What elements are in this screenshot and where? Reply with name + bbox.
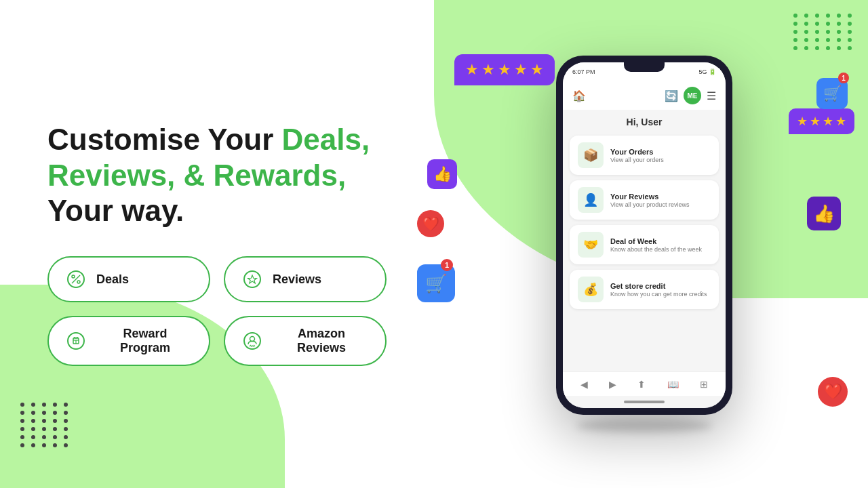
reward-program-button[interactable]: Reward Program [47,316,210,366]
phone-tabs-btn[interactable]: ⊞ [700,379,708,390]
phone-back-btn[interactable]: ◀ [580,379,588,390]
deal-card-text: Deal of Week Know about the deals of the… [610,237,702,253]
phone-card-credit[interactable]: 💰 Get store credit Know how you can get … [570,270,719,309]
star-r-2: ★ [810,114,821,129]
main-content: Customise Your Deals, Reviews, & Rewards… [0,0,868,488]
phone-bottom-bar: ◀ ▶ ⬆ 📖 ⊞ [563,371,726,396]
reward-program-label: Reward Program [96,327,194,355]
deals-icon [64,267,88,291]
hero-headline: Customise Your Deals, Reviews, & Rewards… [47,122,387,229]
reviews-label: Reviews [273,272,321,287]
float-heart-right: ❤️ [818,377,848,407]
star-icon-4: ★ [514,61,528,79]
phone-home-icon[interactable]: 🏠 [572,89,586,102]
phone-home-indicator [563,396,726,408]
reviews-card-subtitle: View all your product reviews [610,201,689,208]
headline-green-part2: Reviews, & Rewards, [47,159,346,192]
phone-frame: 6:07 PM 5G 🔋 🏠 🔄 ME ☰ [556,56,732,415]
phone-refresh-icon[interactable]: 🔄 [665,89,678,102]
deals-label: Deals [96,272,129,287]
orders-card-text: Your Orders View all your orders [610,148,664,163]
reward-icon [64,329,88,353]
phone-shadow [576,419,712,432]
deal-card-subtitle: Know about the deals of the week [610,246,702,253]
float-stars-bubble-top: ★ ★ ★ ★ ★ [454,54,555,85]
phone-menu-icon[interactable]: ☰ [707,89,716,102]
star-r-1: ★ [797,114,808,129]
feature-buttons-grid: Deals Reviews [47,256,387,366]
credit-card-text: Get store credit Know how you can get mo… [610,282,707,298]
reviews-card-icon: 👤 [578,187,604,213]
orders-card-icon: 📦 [578,142,604,168]
orders-card-subtitle: View all your orders [610,157,664,163]
phone-card-orders[interactable]: 📦 Your Orders View all your orders [570,136,719,175]
amazon-reviews-icon [240,329,264,353]
credit-card-title: Get store credit [610,282,707,290]
phone-mockup: 6:07 PM 5G 🔋 🏠 🔄 ME ☰ [556,56,732,432]
right-section: ★ ★ ★ ★ ★ 👍 ❤️ 🛒 1 👍 ❤️ ★ [420,0,868,488]
deal-card-icon: 🤝 [578,232,604,258]
phone-card-reviews[interactable]: 👤 Your Reviews View all your product rev… [570,180,719,220]
float-cart-badge: 1 [441,259,453,271]
float-heart-left: ❤️ [417,210,444,237]
phone-forward-btn[interactable]: ▶ [609,379,616,390]
svg-point-2 [77,281,80,283]
amazon-reviews-label: Amazon Reviews [273,327,370,355]
star-icon-3: ★ [498,61,511,79]
reviews-icon [240,267,264,291]
headline-green-part1: Deals, [282,123,370,156]
phone-notch [624,62,665,72]
svg-line-3 [72,275,80,283]
phone-share-btn[interactable]: ⬆ [637,379,646,390]
svg-point-4 [244,271,260,287]
phone-nav-bar: 🏠 🔄 ME ☰ [563,81,726,110]
phone-greeting: Hi, User [570,117,719,127]
star-icon-1: ★ [465,61,479,79]
float-cart-top-right-badge: 1 [838,73,849,83]
left-section: Customise Your Deals, Reviews, & Rewards… [0,81,420,407]
svg-point-1 [72,275,75,278]
deal-card-title: Deal of Week [610,237,702,245]
amazon-reviews-button[interactable]: Amazon Reviews [224,316,387,366]
star-icon-2: ★ [481,61,495,79]
reviews-card-text: Your Reviews View all your product revie… [610,192,689,208]
credit-card-subtitle: Know how you can get more credits [610,291,707,298]
orders-card-title: Your Orders [610,148,664,156]
deals-button[interactable]: Deals [47,256,210,302]
float-stars-bubble-right: ★ ★ ★ ★ [789,108,854,134]
svg-point-11 [250,337,255,342]
phone-user-avatar[interactable]: ME [684,87,701,104]
float-thumbs-up-right: 👍 [807,197,841,230]
phone-content-area: Hi, User 📦 Your Orders View all your ord… [563,110,726,371]
phone-book-btn[interactable]: 📖 [667,379,679,390]
phone-card-deal[interactable]: 🤝 Deal of Week Know about the deals of t… [570,225,719,264]
phone-screen: 6:07 PM 5G 🔋 🏠 🔄 ME ☰ [563,62,726,408]
star-r-3: ★ [823,114,833,129]
credit-card-icon: 💰 [578,277,604,302]
float-thumbs-up-left: 👍 [427,159,457,189]
phone-time: 6:07 PM [572,68,595,75]
reviews-card-title: Your Reviews [610,192,689,201]
phone-home-bar [624,401,665,403]
star-r-4: ★ [835,114,846,129]
phone-signal: 5G 🔋 [698,68,716,75]
svg-marker-5 [248,275,257,283]
reviews-button[interactable]: Reviews [224,256,387,302]
star-icon-5: ★ [530,61,544,79]
